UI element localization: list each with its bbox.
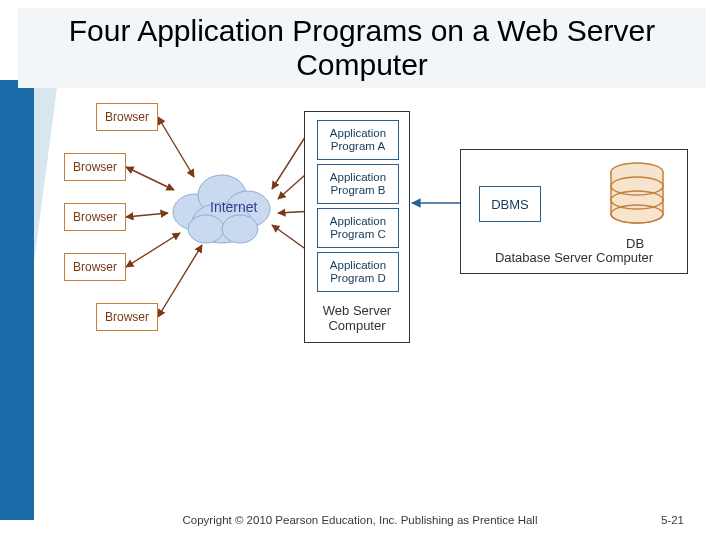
browser-box-5: Browser — [96, 303, 158, 331]
app-label: Application Program B — [318, 171, 398, 197]
web-server-group: Application Program A Application Progra… — [304, 111, 410, 343]
browser-box-1: Browser — [96, 103, 158, 131]
web-server-caption: Web Server Computer — [305, 303, 409, 334]
browser-label: Browser — [73, 260, 117, 274]
browser-label: Browser — [73, 160, 117, 174]
slide: Four Application Programs on a Web Serve… — [0, 0, 720, 540]
db-cylinder-icon — [607, 162, 667, 234]
db-server-caption: Database Server Computer — [461, 250, 687, 265]
internet-label: Internet — [210, 199, 257, 215]
app-program-b: Application Program B — [317, 164, 399, 204]
db-label: DB — [626, 236, 644, 251]
diagram-stage: Browser Browser Browser Browser Browser … — [34, 95, 706, 485]
app-label: Application Program A — [318, 127, 398, 153]
copyright-footer: Copyright © 2010 Pearson Education, Inc.… — [0, 514, 720, 526]
browser-box-2: Browser — [64, 153, 126, 181]
svg-point-15 — [188, 215, 224, 243]
dbms-label: DBMS — [491, 197, 529, 212]
page-number: 5-21 — [661, 514, 684, 526]
browser-label: Browser — [105, 310, 149, 324]
browser-label: Browser — [73, 210, 117, 224]
app-label: Application Program C — [318, 215, 398, 241]
app-label: Application Program D — [318, 259, 398, 285]
browser-box-3: Browser — [64, 203, 126, 231]
slide-title: Four Application Programs on a Web Serve… — [48, 14, 676, 83]
svg-point-16 — [222, 215, 258, 243]
browser-label: Browser — [105, 110, 149, 124]
dbms-box: DBMS — [479, 186, 541, 222]
app-program-d: Application Program D — [317, 252, 399, 292]
title-container: Four Application Programs on a Web Serve… — [18, 8, 706, 88]
db-server-group: DBMS DB Database Server Computer — [460, 149, 688, 274]
browser-box-4: Browser — [64, 253, 126, 281]
app-program-c: Application Program C — [317, 208, 399, 248]
app-program-a: Application Program A — [317, 120, 399, 160]
